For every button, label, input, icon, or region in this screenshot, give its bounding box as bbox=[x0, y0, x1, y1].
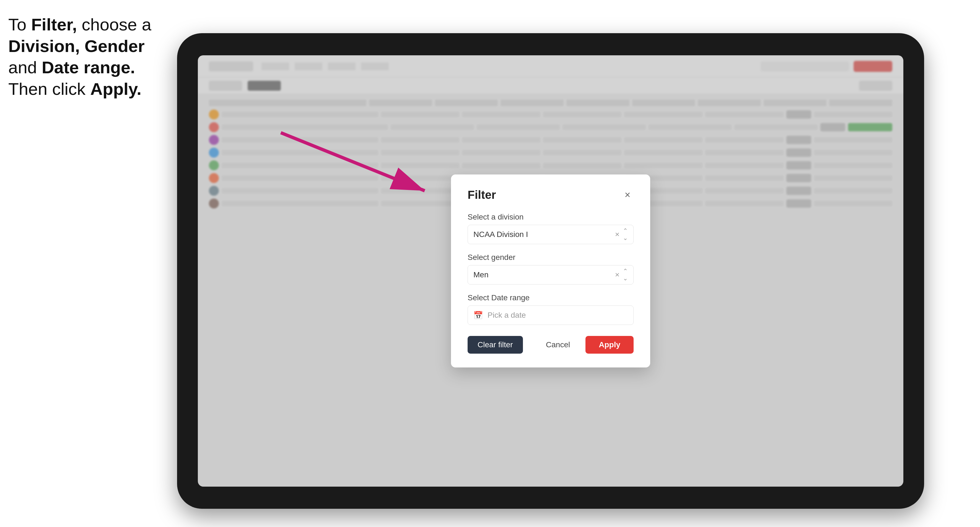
division-clear-icon[interactable]: × bbox=[615, 230, 619, 239]
tablet-device: Filter × Select a division NCAA Division… bbox=[177, 33, 924, 509]
date-range-input[interactable]: 📅 Pick a date bbox=[468, 306, 633, 325]
instruction-line4: Then click Apply. bbox=[8, 79, 142, 98]
gender-label: Select gender bbox=[468, 253, 633, 262]
instruction-bold2: Division, Gender bbox=[8, 37, 145, 56]
filter-modal: Filter × Select a division NCAA Division… bbox=[451, 175, 650, 367]
gender-select[interactable]: Men × ⌃⌄ bbox=[468, 265, 633, 284]
apply-button[interactable]: Apply bbox=[585, 336, 633, 354]
gender-clear-icon[interactable]: × bbox=[615, 270, 619, 279]
cancel-button[interactable]: Cancel bbox=[536, 336, 580, 354]
calendar-icon: 📅 bbox=[473, 311, 483, 320]
division-value: NCAA Division I bbox=[473, 230, 528, 239]
gender-group: Select gender Men × ⌃⌄ bbox=[468, 253, 633, 284]
instruction-line3: and Date range. bbox=[8, 58, 135, 77]
date-range-group: Select Date range 📅 Pick a date bbox=[468, 294, 633, 325]
modal-header: Filter × bbox=[468, 188, 633, 202]
gender-value: Men bbox=[473, 270, 488, 279]
gender-controls: × ⌃⌄ bbox=[615, 268, 628, 282]
date-placeholder: Pick a date bbox=[487, 311, 526, 320]
modal-close-button[interactable]: × bbox=[621, 189, 633, 201]
modal-title: Filter bbox=[468, 188, 496, 202]
clear-filter-button[interactable]: Clear filter bbox=[468, 336, 523, 354]
division-group: Select a division NCAA Division I × ⌃⌄ bbox=[468, 213, 633, 244]
instruction-line1: To Filter, choose a bbox=[8, 15, 151, 34]
date-range-label: Select Date range bbox=[468, 294, 633, 302]
division-select[interactable]: NCAA Division I × ⌃⌄ bbox=[468, 225, 633, 244]
instruction-block: To Filter, choose a Division, Gender and… bbox=[8, 14, 169, 100]
tablet-screen: Filter × Select a division NCAA Division… bbox=[198, 55, 904, 487]
modal-footer: Clear filter Cancel Apply bbox=[468, 336, 633, 354]
division-controls: × ⌃⌄ bbox=[615, 227, 628, 242]
modal-overlay: Filter × Select a division NCAA Division… bbox=[198, 55, 904, 487]
division-label: Select a division bbox=[468, 213, 633, 221]
division-arrow-icon: ⌃⌄ bbox=[623, 227, 628, 242]
footer-right-buttons: Cancel Apply bbox=[536, 336, 633, 354]
gender-arrow-icon: ⌃⌄ bbox=[623, 268, 628, 282]
